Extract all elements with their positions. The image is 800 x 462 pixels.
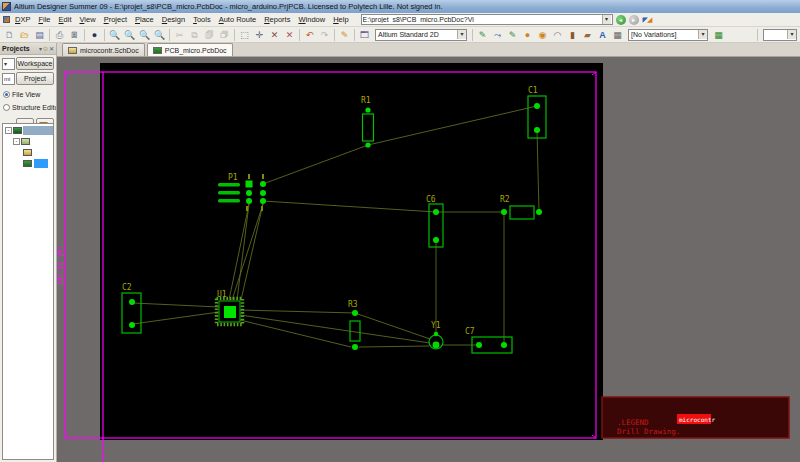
schematic-doc-icon: [23, 149, 32, 156]
board-icon[interactable]: ▦: [711, 28, 726, 42]
ref-label: C6: [426, 195, 436, 204]
file-view-radio[interactable]: File View: [3, 91, 56, 98]
chevron-down-icon[interactable]: ▾: [602, 15, 611, 24]
projects-panel-title: Projects: [2, 45, 38, 52]
menu-bar: DXP File Edit View Project Place Design …: [0, 13, 800, 27]
document-path-combo[interactable]: E:\projet_s8\PCB_micro.PcbDoc?Vi ▾: [361, 14, 613, 25]
tab-microcontr-schdoc[interactable]: microcontr.SchDoc: [62, 43, 145, 56]
structure-editor-radio[interactable]: Structure Editor: [3, 104, 56, 111]
forward-button[interactable]: ▸: [629, 15, 639, 25]
paste-array-icon[interactable]: 🗇: [217, 28, 232, 42]
project-combo[interactable]: mi: [2, 73, 15, 85]
browse-library-icon[interactable]: 🗔: [357, 28, 372, 42]
deselect-icon[interactable]: ✕: [267, 28, 282, 42]
zoom-selection-icon[interactable]: 🔍: [152, 28, 167, 42]
menu-item-project[interactable]: Project: [100, 14, 131, 25]
collapse-icon[interactable]: -: [13, 138, 20, 145]
menu-item-edit[interactable]: Edit: [55, 14, 76, 25]
pcb-editor-canvas[interactable]: 107.03 (M) R1 C1 P1 C6: [57, 57, 800, 462]
back-button[interactable]: ◂: [616, 15, 626, 25]
view-mode-combo[interactable]: Altium Standard 2D ▾: [375, 29, 467, 41]
new-document-icon[interactable]: 🗋: [2, 28, 17, 42]
workspace-button[interactable]: Workspace: [16, 57, 54, 70]
chevron-down-icon[interactable]: ▾: [787, 30, 796, 39]
pin-icon[interactable]: ⊙: [43, 45, 48, 52]
main-toolbar: 🗋 🗁 ▤ ⎙ 🗏 ● 🔍 🔍 🔍 🔍 ✂ ⧉ 🗐 🗇 ⬚ ✛ ✕ ✕ ↶ ↷ …: [0, 27, 800, 43]
redo-icon[interactable]: ↷: [317, 28, 332, 42]
right-empty-combo[interactable]: ▾: [763, 29, 797, 41]
ref-label: U1: [217, 290, 227, 299]
pcb-drawing: 107.03 (M) R1 C1 P1 C6: [57, 57, 800, 462]
drill-drawing-legend: .LEGEND Drill Drawing. microcontr: [602, 397, 789, 438]
ref-label: R3: [348, 300, 358, 309]
project-tree: - -: [2, 123, 54, 460]
ref-label: P1: [228, 173, 238, 182]
select-area-icon[interactable]: ⬚: [237, 28, 252, 42]
component-icon[interactable]: ▦: [610, 28, 625, 42]
menu-item-file[interactable]: File: [34, 14, 54, 25]
arc-icon[interactable]: ◠: [550, 28, 565, 42]
polygon-pour-icon[interactable]: ▰: [580, 28, 595, 42]
zoom-area-icon[interactable]: 🔍: [122, 28, 137, 42]
ref-label: C7: [465, 327, 475, 336]
menu-item-tools[interactable]: Tools: [189, 14, 215, 25]
chevron-down-icon[interactable]: ▾: [39, 45, 42, 52]
menu-item-dxp[interactable]: DXP: [11, 14, 34, 25]
dxp-logo-icon[interactable]: ◤◢: [643, 16, 652, 24]
variations-value: [No Variations]: [631, 31, 698, 38]
pcb-doc-icon: [23, 160, 32, 167]
tab-pcb-micro-pcbdoc[interactable]: PCB_micro.PcbDoc: [147, 43, 233, 56]
interactive-routing-icon[interactable]: ✎: [475, 28, 490, 42]
selected-project-highlight: [23, 126, 53, 135]
tree-row-schdoc[interactable]: [23, 147, 53, 157]
view-mode-value: Altium Standard 2D: [378, 31, 457, 38]
browser-globe-icon[interactable]: ●: [87, 28, 102, 42]
route-multi-icon[interactable]: ✎: [505, 28, 520, 42]
tree-row-folder[interactable]: -: [13, 136, 53, 146]
save-icon[interactable]: ▤: [32, 28, 47, 42]
ref-label: C2: [122, 283, 132, 292]
tree-row-project[interactable]: -: [5, 125, 53, 135]
print-icon[interactable]: ⎙: [52, 28, 67, 42]
print-preview-icon[interactable]: 🗏: [67, 28, 82, 42]
pad-icon[interactable]: ●: [520, 28, 535, 42]
document-path-value: E:\projet_s8\PCB_micro.PcbDoc?Vi: [363, 16, 602, 23]
cut-icon[interactable]: ✂: [172, 28, 187, 42]
source-folder-icon: [21, 138, 30, 145]
close-icon[interactable]: ✕: [49, 45, 54, 52]
move-icon[interactable]: ✛: [252, 28, 267, 42]
route-differential-icon[interactable]: ⤳: [490, 28, 505, 42]
tree-row-pcbdoc[interactable]: [23, 158, 53, 168]
open-document-icon[interactable]: 🗁: [17, 28, 32, 42]
paste-icon[interactable]: 🗐: [202, 28, 217, 42]
menu-item-design[interactable]: Design: [158, 14, 189, 25]
menu-item-window[interactable]: Window: [294, 14, 329, 25]
tab-label: microcontr.SchDoc: [80, 47, 139, 54]
project-button[interactable]: Project: [16, 72, 54, 85]
undo-icon[interactable]: ↶: [302, 28, 317, 42]
zoom-in-icon[interactable]: 🔍: [137, 28, 152, 42]
clear-filter-icon[interactable]: ✕: [282, 28, 297, 42]
menu-item-auto-route[interactable]: Auto Route: [215, 14, 261, 25]
legend-highlight-text: microcontr: [679, 416, 716, 423]
string-icon[interactable]: A: [595, 28, 610, 42]
fill-icon[interactable]: ▮: [565, 28, 580, 42]
wire-pen-icon[interactable]: ✎: [337, 28, 352, 42]
ref-label: Y1: [431, 321, 441, 330]
collapse-icon[interactable]: -: [5, 127, 12, 134]
chevron-down-icon[interactable]: ▾: [457, 30, 466, 39]
chevron-down-icon[interactable]: ▾: [698, 30, 707, 39]
workspace-combo[interactable]: ▾: [2, 58, 15, 70]
menu-item-help[interactable]: Help: [329, 14, 352, 25]
copy-icon[interactable]: ⧉: [187, 28, 202, 42]
menu-item-reports[interactable]: Reports: [260, 14, 294, 25]
menu-item-view[interactable]: View: [75, 14, 99, 25]
zoom-document-icon[interactable]: 🔍: [107, 28, 122, 42]
dimension-text: 107.03 (M): [57, 246, 64, 285]
via-icon[interactable]: ◉: [535, 28, 550, 42]
projects-panel-header: Projects ▾ ⊙ ✕: [0, 43, 56, 55]
app-icon: [2, 2, 11, 11]
document-tab-bar: microcontr.SchDoc PCB_micro.PcbDoc: [57, 43, 800, 57]
menu-item-place[interactable]: Place: [131, 14, 158, 25]
variations-combo[interactable]: [No Variations] ▾: [628, 29, 708, 41]
